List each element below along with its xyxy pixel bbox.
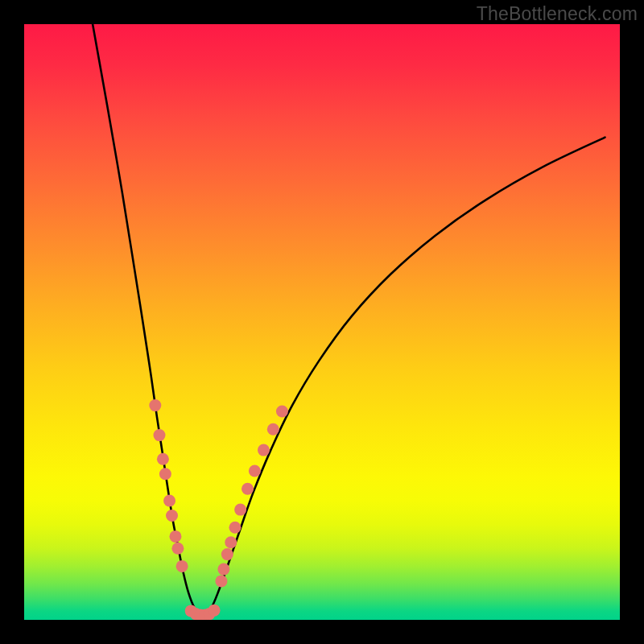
watermark-text: TheBottleneck.com <box>477 3 638 25</box>
dot-layer <box>149 399 288 620</box>
data-dot <box>157 453 169 465</box>
data-dot <box>267 423 279 436</box>
curve-right-branch <box>203 138 605 617</box>
data-dot <box>225 536 237 548</box>
data-dot <box>153 429 165 441</box>
chart-frame: TheBottleneck.com <box>0 0 644 644</box>
curve-left-branch <box>93 24 203 617</box>
data-dot <box>171 543 184 555</box>
plot-area <box>24 24 620 620</box>
data-dot <box>276 406 288 418</box>
data-dot <box>176 560 188 572</box>
data-dot <box>159 468 171 480</box>
data-dot <box>215 575 227 587</box>
bottleneck-curve-svg <box>24 24 620 620</box>
data-dot <box>169 530 181 543</box>
data-dot <box>229 522 241 534</box>
data-dot <box>149 399 161 411</box>
data-dot <box>258 444 270 456</box>
data-dot <box>221 548 233 560</box>
data-dot <box>249 465 261 477</box>
curve-layer <box>93 24 605 617</box>
data-dot <box>166 510 178 522</box>
data-dot <box>208 605 221 617</box>
data-dot <box>217 564 229 576</box>
data-dot <box>163 495 175 507</box>
data-dot <box>242 483 254 495</box>
data-dot <box>234 504 246 516</box>
